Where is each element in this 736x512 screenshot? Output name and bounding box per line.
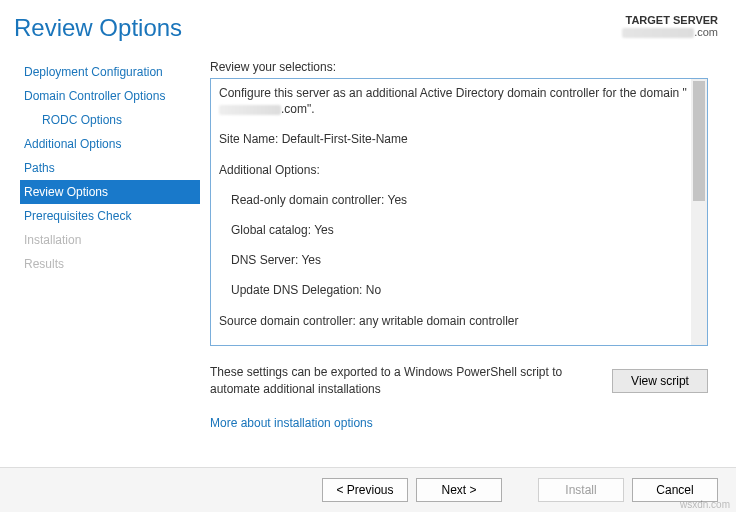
line-configure: Configure this server as an additional A…	[219, 85, 699, 117]
line-global-catalog: Global catalog: Yes	[219, 222, 699, 238]
line-additional-options: Additional Options:	[219, 162, 699, 178]
review-selections-content: Configure this server as an additional A…	[211, 79, 707, 345]
nav-deployment-configuration[interactable]: Deployment Configuration	[20, 60, 200, 84]
nav-domain-controller-options[interactable]: Domain Controller Options	[20, 84, 200, 108]
previous-button[interactable]: < Previous	[322, 478, 408, 502]
nav-review-options[interactable]: Review Options	[20, 180, 200, 204]
nav-rodc-options[interactable]: RODC Options	[20, 108, 200, 132]
redacted-hostname	[622, 28, 694, 38]
scrollbar[interactable]	[691, 79, 707, 345]
line-dns-delegation: Update DNS Delegation: No	[219, 282, 699, 298]
export-description: These settings can be exported to a Wind…	[210, 364, 570, 398]
nav-results: Results	[20, 252, 200, 276]
redacted-domain	[219, 105, 281, 115]
nav-prerequisites-check[interactable]: Prerequisites Check	[20, 204, 200, 228]
nav-additional-options[interactable]: Additional Options	[20, 132, 200, 156]
line-rodc: Read-only domain controller: Yes	[219, 192, 699, 208]
wizard-footer: < Previous Next > Install Cancel	[0, 467, 736, 512]
more-about-link[interactable]: More about installation options	[210, 416, 373, 430]
target-server-value: .com	[622, 26, 718, 38]
review-selections-label: Review your selections:	[210, 60, 718, 74]
page-title: Review Options	[14, 14, 182, 42]
line-site-name: Site Name: Default-First-Site-Name	[219, 131, 699, 147]
cancel-button[interactable]: Cancel	[632, 478, 718, 502]
nav-installation: Installation	[20, 228, 200, 252]
install-button: Install	[538, 478, 624, 502]
review-selections-box[interactable]: Configure this server as an additional A…	[210, 78, 708, 346]
scrollbar-thumb[interactable]	[693, 81, 705, 201]
view-script-button[interactable]: View script	[612, 369, 708, 393]
line-dns-server: DNS Server: Yes	[219, 252, 699, 268]
target-server-label: TARGET SERVER	[622, 14, 718, 26]
line-source-dc: Source domain controller: any writable d…	[219, 313, 699, 329]
nav-paths[interactable]: Paths	[20, 156, 200, 180]
target-server-block: TARGET SERVER .com	[622, 14, 718, 42]
wizard-sidebar: Deployment Configuration Domain Controll…	[0, 50, 200, 430]
next-button[interactable]: Next >	[416, 478, 502, 502]
